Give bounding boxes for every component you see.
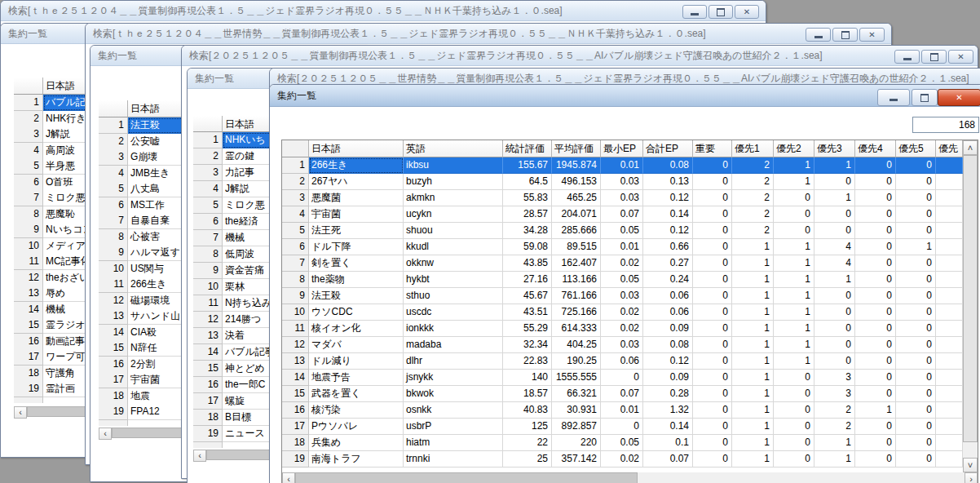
table-cell[interactable]: 1	[814, 190, 855, 206]
table-cell[interactable]: 0	[855, 288, 896, 304]
close-button[interactable]: ✕	[948, 50, 973, 64]
table-row[interactable]: 19南海トラフtrnnki25357.1420.020.07010100	[282, 451, 963, 467]
table-cell[interactable]: 45.67	[503, 288, 552, 304]
scroll-left-button[interactable]: ‹	[193, 450, 206, 462]
table-cell[interactable]: 0	[855, 353, 896, 370]
column-header[interactable]: 優先3	[814, 140, 855, 157]
table-cell[interactable]: 0	[855, 451, 896, 467]
table-cell[interactable]: 1	[774, 255, 814, 272]
table-cell[interactable]: 27.16	[503, 272, 552, 288]
table-cell[interactable]: 1	[732, 402, 774, 419]
table-cell[interactable]: 0	[774, 435, 814, 451]
table-cell[interactable]: 0	[774, 386, 814, 402]
table-cell[interactable]: 兵集め	[309, 435, 404, 451]
table-cell[interactable]: ikbsu	[404, 157, 503, 174]
table-cell[interactable]: 0	[774, 190, 814, 206]
table-cell[interactable]: 0.02	[601, 451, 643, 467]
table-row[interactable]: 15武器を置くbkwok18.5766.3210.070.28010300	[282, 386, 963, 402]
table-cell[interactable]: 404.25	[552, 337, 601, 353]
table-cell[interactable]: 761.166	[552, 288, 601, 304]
table-cell[interactable]: 剣を置く	[309, 255, 404, 272]
table-cell[interactable]: 22.83	[503, 353, 552, 370]
close-button[interactable]: ✕	[859, 28, 885, 42]
table-cell[interactable]: 南海トラフ	[309, 451, 404, 467]
window-search-1-titlebar[interactable]: 検索[ｔｈｅ２５１２０４＿＿質量制御再現公表１．５＿＿ジェド霊界ラジオ再現０．５…	[1, 1, 766, 21]
column-header[interactable]: 英語	[404, 140, 503, 157]
table-cell[interactable]: 法王死	[309, 223, 404, 239]
table-cell[interactable]: 0.09	[643, 321, 693, 337]
table-cell[interactable]	[936, 157, 963, 174]
table-cell[interactable]: 0	[693, 304, 732, 321]
table-cell[interactable]: 1	[814, 157, 855, 174]
table-cell[interactable]: 30.931	[552, 402, 601, 419]
column-header[interactable]: 合計EP	[643, 140, 693, 157]
table-cell[interactable]: 2	[732, 190, 774, 206]
table-cell[interactable]: 0.08	[643, 157, 693, 174]
table-cell[interactable]: 1555.555	[552, 370, 601, 386]
table-cell[interactable]: 悪魔菌	[309, 190, 404, 206]
table-cell[interactable]: 204.071	[552, 206, 601, 223]
table-cell[interactable]: 0.07	[601, 386, 643, 402]
table-cell[interactable]: 1	[732, 304, 774, 321]
column-header[interactable]: 優先2	[774, 140, 814, 157]
table-vertical-scrollbar[interactable]: ˄ ˅	[963, 140, 978, 472]
table-cell[interactable]: 1	[732, 386, 774, 402]
table-cell[interactable]: 0	[693, 353, 732, 370]
table-cell[interactable]: 1	[732, 239, 774, 255]
table-cell[interactable]: 725.166	[552, 304, 601, 321]
table-cell[interactable]	[936, 239, 963, 255]
table-cell[interactable]: 0	[896, 206, 936, 223]
table-cell[interactable]: 0	[896, 190, 936, 206]
table-cell[interactable]: 1	[732, 337, 774, 353]
table-cell[interactable]: 113.166	[552, 272, 601, 288]
table-row[interactable]: 6ドル下降kkudl59.0889.5150.010.66011401	[282, 239, 963, 255]
table-cell[interactable]: 1	[814, 451, 855, 467]
table-cell[interactable]: 1	[774, 337, 814, 353]
table-cell[interactable]: 0.05	[601, 272, 643, 288]
scroll-down-button[interactable]: ˅	[963, 458, 978, 472]
table-cell[interactable]: 0	[896, 157, 936, 174]
table-cell[interactable]: 496.153	[552, 174, 601, 190]
table-cell[interactable]: 64.5	[503, 174, 552, 190]
table-cell[interactable]: 0.03	[601, 337, 643, 353]
table-cell[interactable]: 0	[896, 272, 936, 288]
table-cell[interactable]: 4	[814, 239, 855, 255]
table-cell[interactable]: 1	[774, 353, 814, 370]
table-cell[interactable]	[936, 206, 963, 223]
maximize-button[interactable]	[912, 89, 938, 106]
table-cell[interactable]: 0.03	[601, 288, 643, 304]
table-row[interactable]: 9法王殺sthuo45.67761.1660.030.06011000	[282, 288, 963, 304]
table-cell[interactable]: 0	[855, 386, 896, 402]
table-cell[interactable]: 0	[693, 223, 732, 239]
table-cell[interactable]: 267ヤハ	[309, 174, 404, 190]
table-cell[interactable]: 1	[732, 288, 774, 304]
table-cell[interactable]: 0.1	[643, 435, 693, 451]
table-cell[interactable]: 140	[503, 370, 552, 386]
table-cell[interactable]: 0	[774, 370, 814, 386]
table-cell[interactable]: sthuo	[404, 288, 503, 304]
table-row[interactable]: 12マダバmadaba32.34404.250.030.08011000	[282, 337, 963, 353]
table-cell[interactable]: 0.09	[643, 370, 693, 386]
table-cell[interactable]: okknw	[404, 255, 503, 272]
table-row[interactable]: 3悪魔菌akmkn55.83465.250.030.12020100	[282, 190, 963, 206]
table-cell[interactable]: 0.05	[601, 435, 643, 451]
table-cell[interactable]: 55.29	[503, 321, 552, 337]
table-cell[interactable]	[936, 370, 963, 386]
table-row[interactable]: 8the薬物hykbt27.16113.1660.050.24011100	[282, 272, 963, 288]
table-cell[interactable]: 0	[855, 370, 896, 386]
table-cell[interactable]	[936, 386, 963, 402]
table-cell[interactable]: 0.12	[643, 190, 693, 206]
table-cell[interactable]	[936, 174, 963, 190]
table-cell[interactable]: hiatm	[404, 435, 503, 451]
table-cell[interactable]: 220	[552, 435, 601, 451]
table-row[interactable]: 16核汚染osnkk40.8330.9310.011.32010210	[282, 402, 963, 419]
table-cell[interactable]: 0.05	[601, 223, 643, 239]
table-cell[interactable]: 0	[855, 419, 896, 435]
table-cell[interactable]: 1	[774, 288, 814, 304]
column-header[interactable]: 平均評価	[552, 140, 601, 157]
column-header[interactable]: 優先1	[732, 140, 774, 157]
column-header[interactable]: 最小EP	[601, 140, 643, 157]
scroll-right-button[interactable]: ›	[965, 472, 978, 483]
table-cell[interactable]: 0	[855, 272, 896, 288]
table-cell[interactable]: 2	[732, 206, 774, 223]
